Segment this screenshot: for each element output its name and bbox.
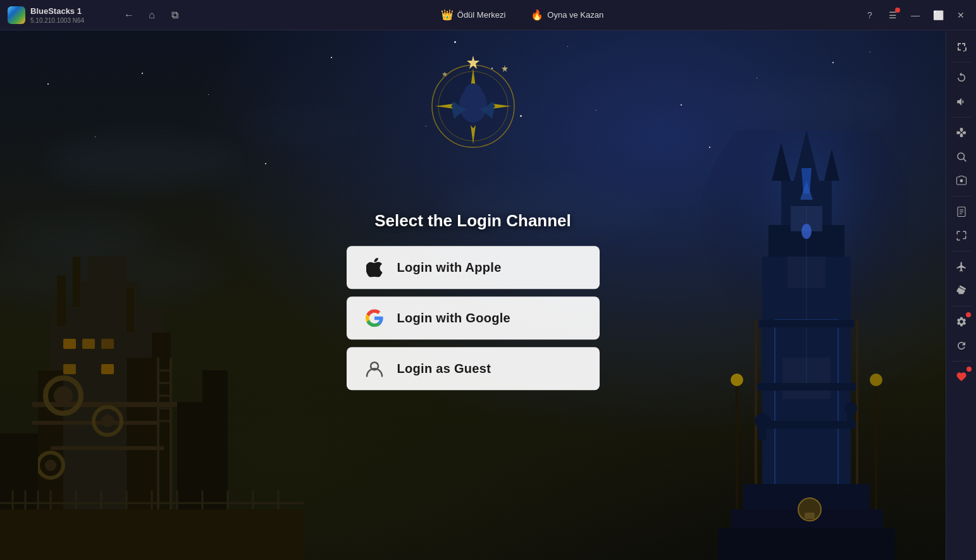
- sidebar-settings-button[interactable]: [950, 310, 973, 333]
- svg-rect-74: [805, 513, 815, 519]
- svg-point-13: [101, 415, 114, 427]
- reward-center-button[interactable]: 👑 Ödül Merkezi: [433, 6, 514, 23]
- svg-point-63: [801, 224, 812, 239]
- svg-point-11: [54, 386, 73, 405]
- sidebar-erase-button[interactable]: [950, 279, 973, 302]
- nav-buttons: ← ⌂ ⧉: [114, 5, 190, 25]
- svg-rect-3: [89, 257, 127, 282]
- sidebar-plane-button[interactable]: [950, 255, 973, 278]
- badge: [966, 312, 971, 317]
- svg-rect-17: [73, 257, 80, 307]
- google-login-label: Login with Google: [397, 311, 511, 326]
- sidebar-heart-button[interactable]: [950, 365, 973, 388]
- steampunk-buildings: [0, 181, 304, 560]
- sidebar-divider-4: [952, 251, 971, 252]
- guest-login-label: Login as Guest: [397, 362, 491, 376]
- heart-badge: [967, 367, 972, 372]
- home-button[interactable]: ⌂: [142, 5, 162, 25]
- play-earn-button[interactable]: 🔥 Oyna ve Kazan: [523, 6, 611, 23]
- fantasy-tower: [680, 130, 908, 560]
- svg-point-80: [731, 374, 743, 386]
- svg-rect-0: [0, 509, 304, 560]
- maximize-button[interactable]: ⬜: [928, 5, 948, 25]
- sidebar-apk-button[interactable]: [950, 200, 973, 223]
- svg-point-93: [464, 83, 482, 101]
- svg-marker-90: [502, 65, 508, 72]
- app-logo-area: BlueStacks 1 5.10.210.1003 N64: [0, 6, 114, 24]
- svg-point-82: [870, 374, 882, 386]
- compass-character: [423, 49, 524, 176]
- sidebar-divider-3: [952, 196, 971, 197]
- google-icon: [364, 308, 385, 328]
- svg-rect-77: [758, 421, 766, 440]
- back-button[interactable]: ←: [119, 5, 139, 25]
- login-guest-button[interactable]: Login as Guest: [347, 347, 600, 390]
- login-apple-button[interactable]: Login with Apple: [347, 246, 600, 289]
- sidebar-divider-6: [952, 361, 971, 362]
- sidebar-rotate-button[interactable]: [950, 66, 973, 89]
- titlebar-center: 👑 Ödül Merkezi 🔥 Oyna ve Kazan: [190, 6, 855, 23]
- svg-rect-66: [755, 421, 858, 429]
- app-name: BlueStacks 1: [30, 6, 84, 16]
- svg-rect-22: [63, 364, 76, 374]
- guest-icon: [364, 358, 385, 379]
- titlebar-right-buttons: ? ☰ — ⬜ ✕: [855, 5, 976, 25]
- svg-rect-18: [127, 288, 134, 332]
- sidebar-expand-button[interactable]: [950, 35, 973, 58]
- svg-rect-71: [718, 528, 895, 560]
- sidebar-search-button[interactable]: [950, 145, 973, 168]
- titlebar: BlueStacks 1 5.10.210.1003 N64 ← ⌂ ⧉ 👑 Ö…: [0, 0, 976, 30]
- svg-marker-89: [467, 56, 479, 69]
- sidebar-camera-button[interactable]: [950, 169, 973, 192]
- login-panel: Select the Login Channel Login with Appl…: [340, 211, 606, 398]
- menu-button[interactable]: ☰: [882, 5, 903, 25]
- svg-rect-64: [759, 320, 854, 327]
- sidebar-gamepad-button[interactable]: [950, 121, 973, 144]
- login-title: Select the Login Channel: [374, 211, 571, 231]
- apple-login-label: Login with Apple: [397, 260, 502, 275]
- login-google-button[interactable]: Login with Google: [347, 296, 600, 339]
- svg-rect-20: [82, 339, 95, 349]
- bluestacks-logo: [8, 6, 25, 24]
- play-earn-label: Oyna ve Kazan: [547, 10, 603, 20]
- sidebar-refresh-button[interactable]: [950, 334, 973, 357]
- sidebar-divider-2: [952, 117, 971, 118]
- svg-line-96: [963, 159, 966, 161]
- svg-rect-16: [57, 276, 66, 326]
- svg-point-95: [958, 153, 965, 160]
- svg-rect-23: [101, 364, 114, 374]
- svg-rect-19: [63, 339, 76, 349]
- right-sidebar: [946, 30, 976, 560]
- svg-rect-65: [756, 383, 857, 391]
- sidebar-screenshot-button[interactable]: [950, 224, 973, 247]
- crown-icon: 👑: [441, 9, 454, 21]
- help-button[interactable]: ?: [860, 5, 880, 25]
- flame-icon: 🔥: [531, 9, 543, 21]
- svg-rect-78: [847, 408, 853, 426]
- sidebar-divider-5: [952, 306, 971, 307]
- svg-rect-31: [0, 434, 38, 509]
- app-version: 5.10.210.1003 N64: [30, 17, 84, 24]
- apple-icon: [364, 257, 385, 277]
- close-button[interactable]: ✕: [951, 5, 971, 25]
- game-area: Select the Login Channel Login with Appl…: [0, 30, 946, 560]
- svg-point-15: [45, 460, 56, 471]
- svg-marker-91: [442, 71, 447, 76]
- reward-center-label: Ödül Merkezi: [457, 10, 506, 20]
- menu-badge: [895, 8, 900, 13]
- sidebar-divider-1: [952, 62, 971, 63]
- minimize-button[interactable]: —: [905, 5, 925, 25]
- tabs-button[interactable]: ⧉: [164, 5, 185, 25]
- svg-rect-21: [101, 339, 114, 349]
- sidebar-volume-button[interactable]: [950, 90, 973, 113]
- svg-rect-9: [51, 446, 164, 450]
- svg-rect-33: [202, 370, 228, 509]
